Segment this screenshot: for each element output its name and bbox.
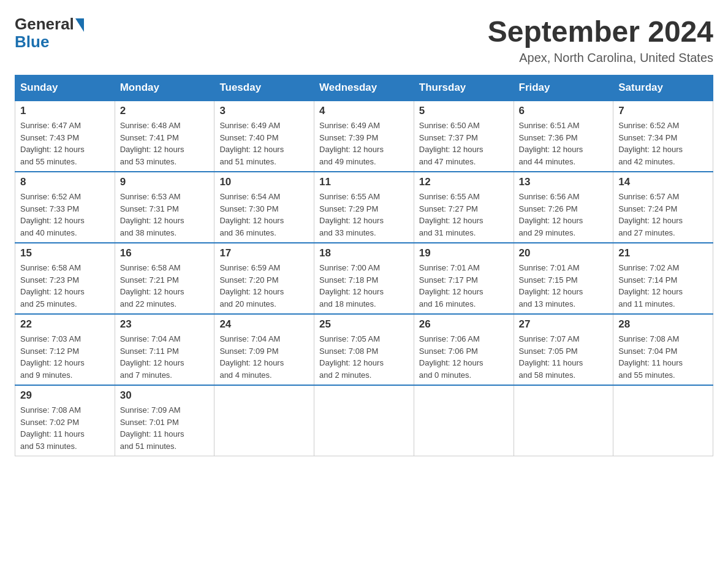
calendar-cell: 16Sunrise: 6:58 AMSunset: 7:21 PMDayligh… (115, 243, 214, 314)
day-number: 24 (219, 318, 309, 331)
day-info: Sunrise: 7:01 AMSunset: 7:15 PMDaylight:… (519, 262, 609, 310)
calendar-cell: 14Sunrise: 6:57 AMSunset: 7:24 PMDayligh… (613, 172, 713, 243)
day-info: Sunrise: 6:50 AMSunset: 7:37 PMDaylight:… (419, 120, 509, 167)
day-header-sunday: Sunday (15, 75, 115, 101)
day-info: Sunrise: 7:04 AMSunset: 7:09 PMDaylight:… (219, 333, 309, 381)
calendar-cell (414, 385, 514, 456)
day-info: Sunrise: 6:55 AMSunset: 7:27 PMDaylight:… (419, 191, 509, 239)
calendar-cell: 30Sunrise: 7:09 AMSunset: 7:01 PMDayligh… (115, 385, 214, 456)
day-header-saturday: Saturday (613, 75, 713, 101)
day-info: Sunrise: 7:07 AMSunset: 7:05 PMDaylight:… (519, 333, 609, 381)
day-info: Sunrise: 6:55 AMSunset: 7:29 PMDaylight:… (319, 191, 409, 239)
calendar-cell: 8Sunrise: 6:52 AMSunset: 7:33 PMDaylight… (15, 172, 115, 243)
day-number: 18 (319, 247, 409, 259)
day-number: 12 (419, 176, 509, 188)
day-number: 3 (219, 105, 309, 117)
logo-blue-text: Blue (15, 33, 49, 52)
title-area: September 2024 Apex, North Carolina, Uni… (488, 15, 713, 65)
day-header-thursday: Thursday (414, 75, 514, 101)
calendar-cell: 10Sunrise: 6:54 AMSunset: 7:30 PMDayligh… (214, 172, 314, 243)
day-number: 15 (20, 247, 110, 259)
month-title: September 2024 (488, 15, 713, 48)
calendar-cell: 25Sunrise: 7:05 AMSunset: 7:08 PMDayligh… (314, 314, 414, 385)
day-info: Sunrise: 6:56 AMSunset: 7:26 PMDaylight:… (519, 191, 609, 239)
day-info: Sunrise: 7:03 AMSunset: 7:12 PMDaylight:… (20, 333, 110, 381)
calendar-cell: 17Sunrise: 6:59 AMSunset: 7:20 PMDayligh… (214, 243, 314, 314)
calendar-header-row: SundayMondayTuesdayWednesdayThursdayFrid… (15, 75, 713, 101)
calendar-cell: 29Sunrise: 7:08 AMSunset: 7:02 PMDayligh… (15, 385, 115, 456)
week-row-4: 22Sunrise: 7:03 AMSunset: 7:12 PMDayligh… (15, 314, 713, 385)
day-info: Sunrise: 7:02 AMSunset: 7:14 PMDaylight:… (618, 262, 708, 310)
calendar-cell: 7Sunrise: 6:52 AMSunset: 7:34 PMDaylight… (613, 101, 713, 172)
calendar-cell: 28Sunrise: 7:08 AMSunset: 7:04 PMDayligh… (613, 314, 713, 385)
day-info: Sunrise: 7:09 AMSunset: 7:01 PMDaylight:… (120, 404, 210, 452)
day-info: Sunrise: 6:48 AMSunset: 7:41 PMDaylight:… (120, 120, 210, 167)
logo-general-text: General (15, 15, 74, 34)
day-number: 21 (618, 247, 708, 259)
calendar-cell (314, 385, 414, 456)
day-number: 17 (219, 247, 309, 259)
week-row-1: 1Sunrise: 6:47 AMSunset: 7:43 PMDaylight… (15, 101, 713, 172)
day-info: Sunrise: 6:59 AMSunset: 7:20 PMDaylight:… (219, 262, 309, 310)
day-info: Sunrise: 6:49 AMSunset: 7:40 PMDaylight:… (219, 120, 309, 167)
day-number: 29 (20, 389, 110, 402)
day-info: Sunrise: 6:52 AMSunset: 7:33 PMDaylight:… (20, 191, 110, 239)
day-info: Sunrise: 7:01 AMSunset: 7:17 PMDaylight:… (419, 262, 509, 310)
day-number: 25 (319, 318, 409, 331)
calendar-cell: 1Sunrise: 6:47 AMSunset: 7:43 PMDaylight… (15, 101, 115, 172)
day-number: 10 (219, 176, 309, 188)
day-number: 22 (20, 318, 110, 331)
calendar-cell (514, 385, 613, 456)
day-number: 8 (20, 176, 110, 188)
logo-triangle-icon (75, 18, 84, 32)
day-header-monday: Monday (115, 75, 214, 101)
calendar-cell: 15Sunrise: 6:58 AMSunset: 7:23 PMDayligh… (15, 243, 115, 314)
day-number: 6 (519, 105, 609, 117)
day-number: 28 (618, 318, 708, 331)
calendar-cell: 20Sunrise: 7:01 AMSunset: 7:15 PMDayligh… (514, 243, 613, 314)
week-row-3: 15Sunrise: 6:58 AMSunset: 7:23 PMDayligh… (15, 243, 713, 314)
day-number: 2 (120, 105, 210, 117)
calendar-table: SundayMondayTuesdayWednesdayThursdayFrid… (15, 75, 713, 456)
calendar-cell: 24Sunrise: 7:04 AMSunset: 7:09 PMDayligh… (214, 314, 314, 385)
day-number: 11 (319, 176, 409, 188)
location-title: Apex, North Carolina, United States (488, 51, 713, 65)
day-number: 19 (419, 247, 509, 259)
calendar-cell: 19Sunrise: 7:01 AMSunset: 7:17 PMDayligh… (414, 243, 514, 314)
calendar-cell: 3Sunrise: 6:49 AMSunset: 7:40 PMDaylight… (214, 101, 314, 172)
day-number: 16 (120, 247, 210, 259)
calendar-cell: 12Sunrise: 6:55 AMSunset: 7:27 PMDayligh… (414, 172, 514, 243)
day-info: Sunrise: 6:47 AMSunset: 7:43 PMDaylight:… (20, 120, 110, 167)
day-info: Sunrise: 6:49 AMSunset: 7:39 PMDaylight:… (319, 120, 409, 167)
day-number: 1 (20, 105, 110, 117)
week-row-5: 29Sunrise: 7:08 AMSunset: 7:02 PMDayligh… (15, 385, 713, 456)
calendar-cell: 18Sunrise: 7:00 AMSunset: 7:18 PMDayligh… (314, 243, 414, 314)
day-info: Sunrise: 6:51 AMSunset: 7:36 PMDaylight:… (519, 120, 609, 167)
day-info: Sunrise: 6:52 AMSunset: 7:34 PMDaylight:… (618, 120, 708, 167)
day-info: Sunrise: 7:06 AMSunset: 7:06 PMDaylight:… (419, 333, 509, 381)
calendar-cell: 11Sunrise: 6:55 AMSunset: 7:29 PMDayligh… (314, 172, 414, 243)
calendar-cell: 13Sunrise: 6:56 AMSunset: 7:26 PMDayligh… (514, 172, 613, 243)
day-info: Sunrise: 6:58 AMSunset: 7:21 PMDaylight:… (120, 262, 210, 310)
calendar-cell: 23Sunrise: 7:04 AMSunset: 7:11 PMDayligh… (115, 314, 214, 385)
day-number: 20 (519, 247, 609, 259)
day-number: 27 (519, 318, 609, 331)
day-number: 9 (120, 176, 210, 188)
day-info: Sunrise: 6:58 AMSunset: 7:23 PMDaylight:… (20, 262, 110, 310)
week-row-2: 8Sunrise: 6:52 AMSunset: 7:33 PMDaylight… (15, 172, 713, 243)
day-number: 14 (618, 176, 708, 188)
calendar-cell: 6Sunrise: 6:51 AMSunset: 7:36 PMDaylight… (514, 101, 613, 172)
day-info: Sunrise: 6:53 AMSunset: 7:31 PMDaylight:… (120, 191, 210, 239)
day-header-wednesday: Wednesday (314, 75, 414, 101)
day-info: Sunrise: 7:00 AMSunset: 7:18 PMDaylight:… (319, 262, 409, 310)
calendar-cell (214, 385, 314, 456)
calendar-cell: 2Sunrise: 6:48 AMSunset: 7:41 PMDaylight… (115, 101, 214, 172)
day-number: 7 (618, 105, 708, 117)
logo: General Blue (15, 15, 84, 52)
calendar-cell: 5Sunrise: 6:50 AMSunset: 7:37 PMDaylight… (414, 101, 514, 172)
day-number: 4 (319, 105, 409, 117)
calendar-cell: 4Sunrise: 6:49 AMSunset: 7:39 PMDaylight… (314, 101, 414, 172)
day-number: 23 (120, 318, 210, 331)
day-number: 5 (419, 105, 509, 117)
day-number: 13 (519, 176, 609, 188)
